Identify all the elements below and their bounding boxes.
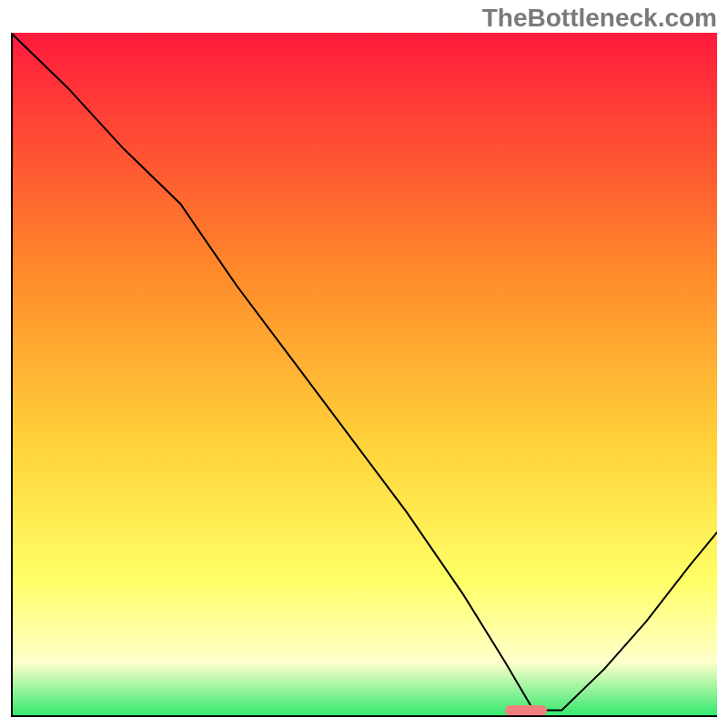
watermark-text: TheBottleneck.com: [482, 4, 717, 33]
bottleneck-curve: [11, 33, 717, 710]
chart-stage: TheBottleneck.com: [0, 0, 728, 728]
curve-svg: [11, 33, 717, 717]
plot-area: [11, 33, 717, 717]
y-axis-line: [11, 33, 13, 717]
x-axis-line: [11, 715, 717, 717]
